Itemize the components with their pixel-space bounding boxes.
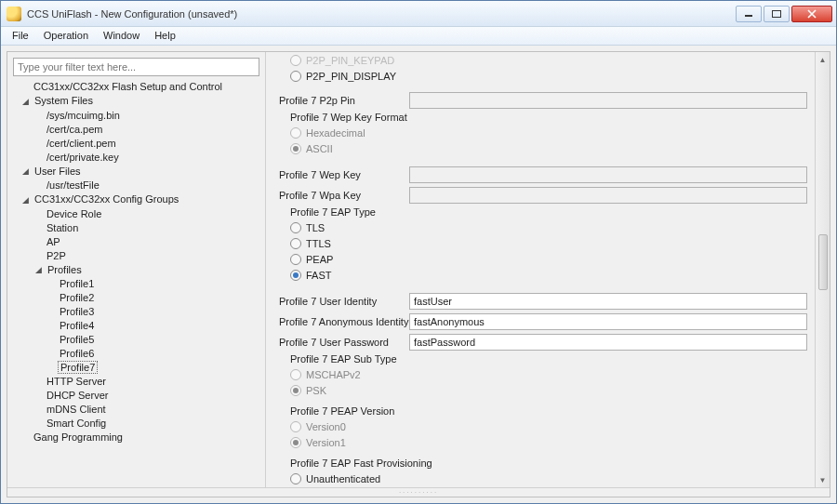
tree-item[interactable]: /cert/private.key: [45, 152, 121, 163]
minimize-button[interactable]: [736, 6, 762, 22]
tree-item[interactable]: HTTP Server: [45, 376, 108, 387]
label-fast-provisioning: Profile 7 EAP Fast Provisioning: [290, 458, 807, 469]
collapse-icon[interactable]: ◢: [20, 95, 30, 109]
tree-item[interactable]: Profile1: [58, 278, 96, 289]
radio-ttls[interactable]: [290, 238, 301, 249]
label-user-password: Profile 7 User Password: [279, 337, 409, 348]
input-p2p-pin[interactable]: [409, 92, 807, 109]
radio-label: P2P_PIN_DISPLAY: [306, 71, 396, 82]
radio-version0: [290, 421, 301, 432]
label-eap-subtype: Profile 7 EAP Sub Type: [290, 353, 807, 365]
svg-rect-0: [745, 15, 752, 17]
app-window: CCS UniFlash - New Configuration (unsave…: [0, 0, 837, 504]
input-wpa-key[interactable]: [409, 187, 807, 204]
label-p2p-pin: Profile 7 P2p Pin: [279, 95, 409, 106]
radio-mschap: [290, 369, 301, 380]
radio-label: PEAP: [306, 254, 333, 265]
radio-label: Version1: [306, 437, 346, 448]
menu-file[interactable]: File: [5, 27, 36, 45]
menubar: File Operation Window Help: [1, 27, 836, 46]
input-wep-key[interactable]: [409, 166, 807, 183]
svg-rect-1: [773, 10, 781, 17]
radio-hex: [290, 127, 301, 139]
radio-label: Hexadecimal: [306, 127, 365, 139]
filter-input[interactable]: [13, 58, 259, 76]
vertical-scrollbar[interactable]: ▲ ▼: [815, 52, 830, 487]
tree-item[interactable]: /usr/testFile: [45, 179, 101, 191]
collapse-icon[interactable]: ◢: [20, 165, 30, 179]
editor-frame: CC31xx/CC32xx Flash Setup and Control ◢S…: [7, 51, 830, 497]
label-eap-type: Profile 7 EAP Type: [290, 206, 807, 218]
tree-item-selected[interactable]: Profile7: [58, 361, 98, 374]
tree-item[interactable]: CC31xx/CC32xx Flash Setup and Control: [32, 81, 224, 92]
tree-item[interactable]: P2P: [45, 250, 68, 261]
tree-item[interactable]: Device Role: [45, 208, 103, 219]
radio-label: FAST: [306, 270, 332, 281]
tree-item[interactable]: /cert/client.pem: [45, 138, 118, 149]
sidebar: CC31xx/CC32xx Flash Setup and Control ◢S…: [7, 52, 266, 487]
menu-help[interactable]: Help: [147, 27, 183, 45]
scroll-thumb[interactable]: [818, 234, 828, 290]
tree-item[interactable]: /sys/mcuimg.bin: [45, 110, 122, 121]
close-button[interactable]: [791, 6, 832, 22]
tree-item[interactable]: Station: [45, 222, 80, 233]
input-user-identity[interactable]: [409, 293, 807, 310]
menu-window[interactable]: Window: [96, 27, 147, 45]
input-anon-identity[interactable]: [409, 313, 807, 330]
tree-item[interactable]: mDNS Client: [45, 404, 108, 415]
radio-fast[interactable]: [290, 270, 301, 281]
tree-item[interactable]: Profile4: [58, 320, 96, 331]
menu-operation[interactable]: Operation: [36, 27, 96, 45]
tree-item[interactable]: AP: [45, 236, 62, 247]
tree-item[interactable]: User Files: [33, 166, 83, 177]
tree-item[interactable]: Smart Config: [45, 418, 108, 429]
tree-item[interactable]: /cert/ca.pem: [45, 124, 105, 135]
label-user-identity: Profile 7 User Identity: [279, 296, 409, 307]
config-tree[interactable]: CC31xx/CC32xx Flash Setup and Control ◢S…: [13, 80, 259, 444]
tree-item[interactable]: Profile5: [58, 334, 96, 345]
radio-peap[interactable]: [290, 254, 301, 265]
window-title: CCS UniFlash - New Configuration (unsave…: [27, 8, 736, 20]
collapse-icon[interactable]: ◢: [33, 263, 43, 277]
scroll-down-icon[interactable]: ▼: [816, 472, 830, 487]
tree-item[interactable]: CC31xx/CC32xx Config Groups: [33, 193, 180, 205]
titlebar[interactable]: CCS UniFlash - New Configuration (unsave…: [1, 1, 836, 27]
label-anon-identity: Profile 7 Anonymous Identity: [279, 316, 409, 327]
tree-item[interactable]: System Files: [33, 95, 95, 106]
radio-label: ASCII: [306, 143, 333, 154]
label-peap-version: Profile 7 PEAP Version: [290, 405, 807, 417]
radio-icon: [290, 55, 301, 66]
radio-p2p-pin-display[interactable]: [290, 71, 301, 82]
tree-item[interactable]: Profile2: [58, 292, 96, 303]
maximize-button[interactable]: [764, 6, 790, 22]
radio-label: Unauthenticated: [306, 473, 380, 484]
input-user-password[interactable]: [409, 334, 807, 351]
scroll-up-icon[interactable]: ▲: [816, 52, 830, 67]
label-wep-format: Profile 7 Wep Key Format: [290, 112, 807, 123]
radio-label: MSCHAPv2: [306, 369, 361, 380]
radio-tls[interactable]: [290, 222, 301, 233]
radio-label: TTLS: [306, 238, 331, 249]
radio-version1: [290, 437, 301, 448]
label-wpa-key: Profile 7 Wpa Key: [279, 190, 409, 201]
radio-unauthenticated[interactable]: [290, 473, 301, 484]
radio-label: P2P_PIN_KEYPAD: [306, 55, 394, 66]
label-wep-key: Profile 7 Wep Key: [279, 169, 409, 180]
tree-item[interactable]: Profiles: [46, 264, 84, 275]
collapse-icon[interactable]: ◢: [20, 193, 30, 207]
radio-label: Version0: [306, 421, 346, 432]
radio-ascii: [290, 143, 301, 154]
radio-label: PSK: [306, 385, 326, 396]
tree-item[interactable]: Profile6: [58, 348, 96, 359]
radio-label: TLS: [306, 222, 325, 233]
tree-item[interactable]: DHCP Server: [45, 390, 110, 401]
tree-item[interactable]: Profile3: [58, 306, 96, 317]
app-icon: [7, 7, 21, 21]
radio-psk: [290, 385, 301, 396]
form-panel: P2P_PIN_KEYPAD P2P_PIN_DISPLAY Profile 7…: [266, 52, 830, 487]
split-gripper[interactable]: ··········: [7, 487, 830, 497]
tree-item[interactable]: Gang Programming: [32, 431, 125, 443]
